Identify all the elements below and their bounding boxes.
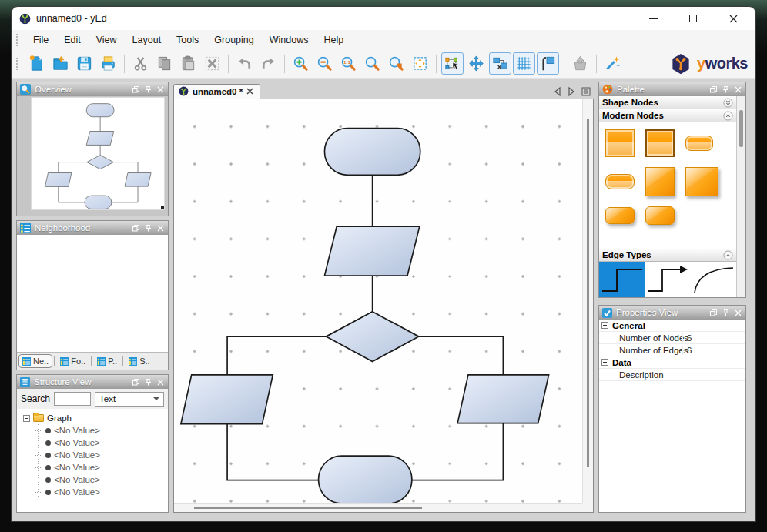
- flow-node-terminator[interactable]: [86, 104, 114, 117]
- horizontal-scrollbar[interactable]: [174, 503, 582, 512]
- snapping-button[interactable]: [489, 52, 511, 75]
- collapse-section-icon[interactable]: [723, 250, 733, 260]
- neighborhood-title-bar[interactable]: Neighborhood: [17, 221, 168, 235]
- palette-node-roundrect-glossy2[interactable]: [645, 206, 675, 225]
- edit-mode-button[interactable]: [441, 52, 464, 75]
- section-shape-nodes[interactable]: Shape Nodes: [599, 96, 736, 109]
- toolbar-drag-handle[interactable]: [16, 58, 19, 70]
- copy-button[interactable]: [153, 52, 176, 75]
- open-button[interactable]: [49, 52, 72, 75]
- save-button[interactable]: [73, 52, 95, 75]
- close-panel-button[interactable]: [156, 377, 165, 386]
- zoom-fit-button[interactable]: [361, 52, 384, 75]
- tab-folder-contents[interactable]: Fo..: [56, 354, 89, 368]
- palette-node-pill-framed[interactable]: [605, 174, 635, 189]
- menu-tools[interactable]: Tools: [169, 32, 206, 48]
- minimize-button[interactable]: [645, 10, 661, 27]
- tree-node-row[interactable]: <No Value>: [18, 486, 166, 498]
- flow-node-parallelogram[interactable]: [457, 375, 548, 423]
- palette-scrollbar-thumb[interactable]: [739, 110, 743, 147]
- zoom-area-button[interactable]: [385, 52, 407, 75]
- tree-node-row[interactable]: <No Value>: [18, 424, 166, 437]
- title-bar[interactable]: unnamed0 - yEd: [12, 7, 755, 30]
- properties-title-bar[interactable]: Properties View: [599, 306, 745, 320]
- property-row[interactable]: Description: [599, 369, 745, 381]
- palette-title-bar[interactable]: Palette: [599, 82, 745, 96]
- property-row[interactable]: Number of Edges 6: [599, 344, 745, 356]
- zoom-out-button[interactable]: [313, 52, 336, 75]
- tab-predecessors[interactable]: P..: [93, 354, 121, 368]
- flow-node-parallelogram[interactable]: [86, 132, 114, 146]
- float-panel-button[interactable]: [131, 223, 140, 233]
- menu-file[interactable]: File: [25, 32, 56, 48]
- flow-edge[interactable]: [59, 162, 87, 173]
- flow-node-decision[interactable]: [87, 155, 114, 169]
- neighborhood-body[interactable]: [17, 235, 168, 353]
- overview-title-bar[interactable]: Overview: [17, 82, 168, 96]
- menu-drag-handle[interactable]: [16, 34, 19, 46]
- flow-node-parallelogram[interactable]: [45, 173, 71, 187]
- overview-resize-handle[interactable]: [161, 206, 164, 209]
- property-value[interactable]: 6: [682, 333, 745, 343]
- overview-minimap[interactable]: [32, 98, 164, 209]
- palette-node-roundrect-framed[interactable]: [685, 136, 713, 151]
- menu-view[interactable]: View: [89, 32, 125, 48]
- group-data[interactable]: Data: [599, 356, 745, 369]
- drawing-canvas[interactable]: [174, 99, 582, 503]
- flow-edge[interactable]: [113, 162, 138, 173]
- pin-panel-button[interactable]: [721, 308, 730, 317]
- document-tab[interactable]: unnamed0 *: [173, 84, 260, 99]
- palette-scrollbar[interactable]: [736, 96, 745, 297]
- flow-node-parallelogram[interactable]: [181, 375, 273, 424]
- menu-layout[interactable]: Layout: [125, 32, 169, 48]
- zoom-in-button[interactable]: [290, 52, 312, 75]
- palette-node-rect-framed-selected[interactable]: [645, 129, 675, 157]
- tree-node-row[interactable]: <No Value>: [18, 461, 166, 473]
- float-panel-button[interactable]: [131, 377, 140, 386]
- vertical-scrollbar-thumb[interactable]: [587, 119, 589, 467]
- close-panel-button[interactable]: [156, 223, 165, 233]
- expand-section-icon[interactable]: [723, 98, 733, 108]
- close-panel-button[interactable]: [156, 85, 165, 94]
- palette-node-roundrect-glossy[interactable]: [605, 207, 635, 224]
- palette-node-rect-framed[interactable]: [605, 129, 635, 157]
- flow-node-terminator[interactable]: [319, 456, 412, 504]
- print-button[interactable]: [97, 52, 119, 75]
- delete-button[interactable]: [201, 52, 223, 75]
- pin-panel-button[interactable]: [143, 377, 152, 386]
- tree-node-row[interactable]: <No Value>: [18, 437, 166, 449]
- new-file-button[interactable]: [25, 52, 48, 75]
- collapse-expander-icon[interactable]: [601, 322, 608, 329]
- scroll-tabs-right-icon[interactable]: [568, 87, 575, 96]
- import-button[interactable]: [569, 52, 591, 75]
- redo-button[interactable]: [257, 52, 280, 75]
- zoom-actual-button[interactable]: 1:1: [337, 52, 360, 75]
- pin-panel-button[interactable]: [143, 85, 152, 94]
- tree-node-row[interactable]: <No Value>: [18, 449, 166, 461]
- grid-button[interactable]: [513, 52, 535, 75]
- close-panel-button[interactable]: [733, 85, 742, 94]
- flow-node-parallelogram[interactable]: [125, 173, 151, 187]
- undo-button[interactable]: [233, 52, 256, 75]
- flow-node-terminator[interactable]: [85, 196, 112, 209]
- float-panel-button[interactable]: [708, 308, 718, 317]
- edge-type-curve[interactable]: [691, 262, 736, 297]
- menu-windows[interactable]: Windows: [262, 32, 317, 48]
- palette-node-square-glossy[interactable]: [645, 167, 675, 196]
- tab-neighborhood[interactable]: Ne..: [18, 354, 52, 368]
- flow-edge[interactable]: [59, 186, 85, 202]
- paste-button[interactable]: [177, 52, 199, 75]
- cut-button[interactable]: [129, 52, 152, 75]
- float-panel-button[interactable]: [131, 85, 140, 94]
- section-modern-nodes[interactable]: Modern Nodes: [599, 109, 736, 122]
- scroll-tabs-left-icon[interactable]: [554, 87, 561, 96]
- overview-body[interactable]: [17, 96, 168, 216]
- tab-close-button[interactable]: [246, 88, 253, 95]
- orthogonal-edges-button[interactable]: [537, 52, 559, 75]
- maximize-button[interactable]: [685, 10, 702, 27]
- flow-node-parallelogram[interactable]: [324, 226, 419, 276]
- property-row[interactable]: Number of Nodes 6: [599, 332, 745, 344]
- section-edge-types[interactable]: Edge Types: [599, 249, 736, 262]
- search-input[interactable]: [54, 392, 91, 406]
- tab-list-icon[interactable]: [581, 87, 591, 96]
